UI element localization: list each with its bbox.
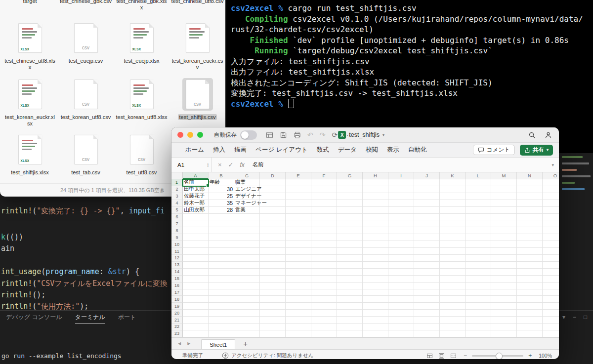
cell-K4[interactable] — [440, 200, 466, 207]
cell-K8[interactable] — [440, 227, 466, 234]
cell-D20[interactable] — [260, 310, 286, 317]
cell-N5[interactable] — [517, 207, 543, 214]
cell-K9[interactable] — [440, 234, 466, 241]
cell-M4[interactable] — [491, 200, 517, 207]
cell-C4[interactable]: マネージャー — [234, 200, 260, 207]
cell-B14[interactable] — [209, 269, 234, 276]
zoom-in-button[interactable]: + — [528, 352, 532, 359]
cell-D17[interactable] — [260, 289, 286, 296]
cell-I20[interactable] — [388, 310, 414, 317]
cell-M23[interactable] — [491, 330, 517, 337]
cell-K11[interactable] — [440, 248, 466, 255]
cell-C13[interactable] — [234, 262, 260, 269]
cell-F19[interactable] — [311, 303, 337, 310]
cell-J7[interactable] — [414, 220, 440, 227]
cell-F8[interactable] — [311, 227, 337, 234]
cell-N3[interactable] — [517, 193, 543, 200]
cell-A12[interactable] — [183, 255, 209, 262]
row-header-23[interactable]: 23 — [171, 330, 183, 337]
name-box-spinner-icon[interactable]: ▴▾ — [207, 162, 209, 167]
search-icon[interactable] — [528, 131, 536, 139]
cell-A17[interactable] — [183, 289, 209, 296]
document-title[interactable]: test_shiftjis — [349, 131, 380, 138]
cell-B19[interactable] — [209, 303, 234, 310]
cell-F12[interactable] — [311, 255, 337, 262]
row-header-10[interactable]: 10 — [171, 241, 183, 248]
cell-N18[interactable] — [517, 296, 543, 303]
cell-O11[interactable] — [543, 248, 559, 255]
cell-L7[interactable] — [466, 220, 491, 227]
cell-G6[interactable] — [337, 214, 363, 221]
cell-G12[interactable] — [337, 255, 363, 262]
cell-H16[interactable] — [363, 283, 388, 289]
cell-M9[interactable] — [491, 234, 517, 241]
col-header-A[interactable]: A — [183, 172, 209, 179]
cell-C6[interactable] — [234, 214, 260, 221]
cell-D16[interactable] — [260, 283, 286, 289]
cell-D15[interactable] — [260, 276, 286, 283]
cell-I9[interactable] — [388, 234, 414, 241]
cell-J16[interactable] — [414, 283, 440, 289]
file-test_eucjp.xlsx[interactable]: XLSXtest_eucjp.xlsx — [114, 22, 169, 70]
cell-M14[interactable] — [491, 269, 517, 276]
col-header-M[interactable]: M — [491, 172, 517, 179]
cell-B13[interactable] — [209, 262, 234, 269]
cell-K23[interactable] — [440, 330, 466, 337]
cell-H11[interactable] — [363, 248, 388, 255]
comments-button[interactable]: コメント — [473, 145, 515, 155]
print-icon[interactable] — [294, 131, 301, 139]
cell-B4[interactable]: 35 — [209, 200, 234, 207]
cell-H21[interactable] — [363, 317, 388, 324]
cell-N23[interactable] — [517, 330, 543, 337]
cell-L14[interactable] — [466, 269, 491, 276]
cell-E15[interactable] — [286, 276, 311, 283]
cell-K21[interactable] — [440, 317, 466, 324]
row-header-20[interactable]: 20 — [171, 310, 183, 317]
row-header-17[interactable]: 17 — [171, 289, 183, 296]
col-header-I[interactable]: I — [388, 172, 414, 179]
cell-E17[interactable] — [286, 289, 311, 296]
status-accessibility[interactable]: アクセシビリティ: 問題ありません — [231, 352, 314, 359]
file-test_shiftjis.csv[interactable]: csvtest_shiftjis.csv — [169, 78, 225, 126]
cell-J22[interactable] — [414, 324, 440, 330]
cell-D5[interactable] — [260, 207, 286, 214]
cell-L20[interactable] — [466, 310, 491, 317]
col-header-D[interactable]: D — [260, 172, 286, 179]
cell-N10[interactable] — [517, 241, 543, 248]
ribbon-tab-formulas[interactable]: 数式 — [317, 146, 329, 154]
cell-G10[interactable] — [337, 241, 363, 248]
cell-O18[interactable] — [543, 296, 559, 303]
cell-O5[interactable] — [543, 207, 559, 214]
vscode-terminal[interactable]: go run --example list_encodings 1 — [1, 327, 122, 364]
cell-A15[interactable] — [183, 276, 209, 283]
maximize-panel-icon[interactable]: □ — [584, 314, 587, 321]
cell-F10[interactable] — [311, 241, 337, 248]
cell-B21[interactable] — [209, 317, 234, 324]
cell-M3[interactable] — [491, 193, 517, 200]
cell-B15[interactable] — [209, 276, 234, 283]
ribbon-tab-home[interactable]: ホーム — [185, 146, 204, 154]
ribbon-tab-insert[interactable]: 挿入 — [213, 146, 225, 154]
cell-A6[interactable] — [183, 214, 209, 221]
cell-A19[interactable] — [183, 303, 209, 310]
redo-icon[interactable]: ↷ — [320, 131, 326, 138]
col-header-C[interactable]: C — [234, 172, 260, 179]
cell-J12[interactable] — [414, 255, 440, 262]
cell-E13[interactable] — [286, 262, 311, 269]
col-header-K[interactable]: K — [440, 172, 466, 179]
cell-C15[interactable] — [234, 276, 260, 283]
cell-J11[interactable] — [414, 248, 440, 255]
row-header-7[interactable]: 7 — [171, 220, 183, 227]
cell-F2[interactable] — [311, 186, 337, 193]
cell-B7[interactable] — [209, 220, 234, 227]
cell-O23[interactable] — [543, 330, 559, 337]
cell-B23[interactable] — [209, 330, 234, 337]
cell-B22[interactable] — [209, 324, 234, 330]
cell-G17[interactable] — [337, 289, 363, 296]
cell-I13[interactable] — [388, 262, 414, 269]
cell-A18[interactable] — [183, 296, 209, 303]
cell-L10[interactable] — [466, 241, 491, 248]
cancel-icon[interactable]: × — [218, 161, 222, 168]
row-header-15[interactable]: 15 — [171, 276, 183, 283]
cell-O21[interactable] — [543, 317, 559, 324]
